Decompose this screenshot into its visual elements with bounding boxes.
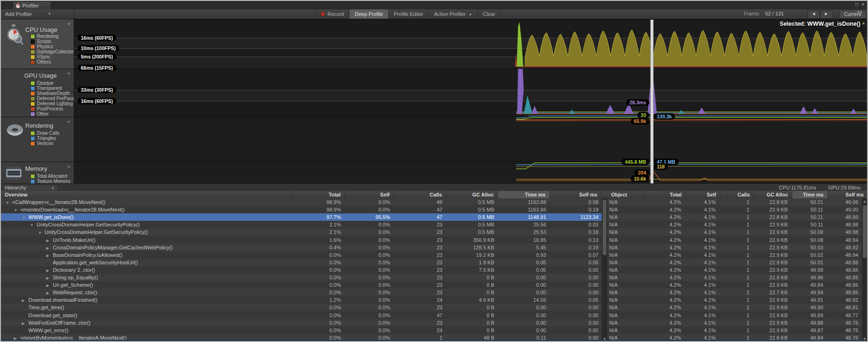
table-row[interactable]: ▶BaseDomainPolicy.IsAllowed()0.0%0.0%231…	[0, 251, 868, 259]
legend-item[interactable]: Texture Memory	[31, 179, 71, 183]
table-row[interactable]: ▶String.op_Equality()0.0%0.0%230 B0.000.…	[0, 274, 868, 281]
deep-profile-button[interactable]: Deep Profile	[349, 9, 388, 19]
table-row[interactable]: ▶WebRequest..ctor()0.0%0.0%230 B0.000.00…	[0, 289, 868, 296]
legend-item[interactable]: GarbageCollector	[31, 49, 73, 54]
header-time-ms[interactable]: Time ms	[498, 191, 550, 198]
legend-item[interactable]: Rendering	[31, 34, 73, 39]
legend-item[interactable]: Vertices	[31, 141, 59, 146]
cpu-chart[interactable]	[74, 57, 867, 68]
legend-item[interactable]: Total Allocated	[31, 174, 71, 179]
close-icon[interactable]: ×	[67, 119, 70, 124]
legend-item[interactable]: Shadows/Depth	[31, 91, 74, 96]
legend-item[interactable]: Physics	[31, 44, 73, 49]
table-row[interactable]: ▼<CallWrapper>c__Iterator2B.MoveNext()98…	[0, 198, 868, 206]
legend-item[interactable]: Opaque	[31, 80, 74, 86]
prev-frame-button[interactable]: ◀	[807, 10, 820, 19]
header-obj-gc-alloc[interactable]: GC Alloc	[754, 191, 792, 198]
table-row[interactable]: ▶Dictionary`2..ctor()0.0%0.0%237.5 KB0.0…	[0, 266, 868, 274]
header-obj-total[interactable]: Total	[644, 191, 686, 198]
table-row[interactable]: Application.get_webSecurityHostUrl()0.0%…	[0, 259, 868, 266]
table-row[interactable]: Download.get_state()0.0%0.0%470 B0.000.0…	[0, 312, 868, 319]
gpu-chart[interactable]	[74, 90, 867, 101]
header-obj-time-ms[interactable]: Time ms	[792, 191, 828, 198]
header-self-ms[interactable]: Self ms	[550, 191, 602, 198]
record-button[interactable]: Record	[315, 9, 349, 19]
close-icon[interactable]: ×	[67, 71, 70, 76]
expand-arrow-icon[interactable]: ▶	[22, 320, 28, 327]
table-row[interactable]: ▶WaitForEndOfFrame..ctor()0.0%0.0%230 B0…	[0, 319, 868, 327]
active-profiler-dropdown[interactable]: Active Profiler▼	[428, 9, 477, 19]
legend-item[interactable]: Other	[31, 111, 74, 116]
expand-arrow-icon[interactable]: ▶	[46, 275, 53, 281]
table-row[interactable]: ▼<monitorDownload>c__Iterator28.MoveNext…	[0, 206, 868, 213]
tab-profiler[interactable]: Profiler	[13, 2, 50, 9]
cpu-chart[interactable]	[74, 20, 867, 38]
legend-item[interactable]: Others	[31, 59, 73, 65]
header-self[interactable]: Self	[345, 191, 394, 198]
header-obj-self[interactable]: Self	[686, 191, 720, 198]
header-total[interactable]: Total	[292, 191, 345, 198]
expand-arrow-icon[interactable]: ▶	[46, 267, 53, 274]
table-row[interactable]: ▶UriTools.MakeUri()1.6%0.0%23356.9 KB18.…	[0, 236, 868, 244]
table-row[interactable]: ▶CrossDomainPolicyManager.GetCachedWebPo…	[0, 244, 868, 251]
clear-button[interactable]: Clear	[477, 9, 501, 19]
collapse-arrow-icon[interactable]: ▼	[22, 214, 28, 221]
module-memory[interactable]: Memory × Total AllocatedTexture Memory	[1, 162, 74, 183]
maximize-icon[interactable]: □	[855, 1, 858, 8]
header-overview[interactable]: Overview	[1, 191, 292, 198]
legend-item[interactable]: Scripts	[31, 39, 73, 44]
table-row[interactable]: ▼WWW.get_isDone()97.7%95.5%470.5 MB1148.…	[0, 213, 868, 221]
expand-arrow-icon[interactable]: ▶	[46, 252, 53, 259]
next-frame-button[interactable]: ▶	[820, 10, 832, 19]
module-cpu-usage[interactable]: CPU Usage × RenderingScriptsPhysicsGarba…	[1, 20, 74, 68]
legend-item[interactable]: Triangles	[31, 136, 59, 141]
table-row[interactable]: ▶Download.downloadFinished()1.2%0.0%244.…	[0, 296, 868, 304]
left-panel-scrollbar[interactable]: ▼	[602, 198, 607, 342]
legend-item[interactable]: Deferred PrePass	[31, 96, 74, 101]
table-row[interactable]: ▶Uri.get_Scheme()0.0%0.0%230 B0.000.00N/…	[0, 281, 868, 289]
close-icon[interactable]: ×	[67, 164, 70, 169]
collapse-arrow-icon[interactable]: ▼	[38, 229, 45, 236]
table-row[interactable]: ▼UnityCrossDomainHelper.GetSecurityPolic…	[0, 221, 868, 228]
legend-item[interactable]: Draw Calls	[31, 131, 59, 136]
gpu-chart[interactable]	[74, 68, 867, 90]
legend-item[interactable]: Transparent	[31, 86, 74, 91]
close-icon[interactable]: ×	[67, 21, 70, 27]
legend-item[interactable]: VSync	[31, 54, 73, 59]
expand-arrow-icon[interactable]: ▶	[46, 282, 53, 289]
gpu-chart[interactable]	[74, 101, 867, 116]
collapse-arrow-icon[interactable]: ▼	[30, 222, 36, 228]
collapse-arrow-icon[interactable]: ▼	[14, 207, 20, 213]
close-icon[interactable]: ×	[861, 1, 864, 8]
header-obj-self-ms[interactable]: Self ms	[828, 191, 868, 198]
header-object[interactable]: Object	[607, 191, 644, 198]
rendering-legend: Draw CallsTrianglesVertices	[31, 131, 59, 146]
expand-arrow-icon[interactable]: ▶	[46, 237, 53, 244]
memory-chart[interactable]	[74, 161, 867, 183]
rendering-chart[interactable]	[74, 116, 867, 161]
scroll-up-icon[interactable]: ▲	[861, 21, 866, 25]
table-row[interactable]: WWW.get_error()0.0%0.0%240 B0.000.00N/A4…	[0, 327, 868, 334]
cpu-chart[interactable]	[74, 48, 867, 57]
legend-item[interactable]: Deferred Lighting	[31, 101, 74, 106]
header-calls[interactable]: Calls	[394, 191, 446, 198]
header-gc-alloc[interactable]: GC Alloc	[446, 191, 498, 198]
module-gpu-usage[interactable]: GPU Usage × OpaqueTransparentShadows/Dep…	[1, 69, 74, 116]
legend-item[interactable]: PostProcess	[31, 106, 74, 111]
expand-arrow-icon[interactable]: ▶	[46, 245, 53, 251]
expand-arrow-icon[interactable]: ▶	[22, 297, 28, 304]
cpu-chart[interactable]	[74, 38, 867, 48]
collapse-arrow-icon[interactable]: ▼	[6, 199, 12, 206]
expand-arrow-icon[interactable]: ▶	[46, 290, 53, 296]
profile-editor-button[interactable]: Profile Editor	[388, 9, 428, 19]
frame-selection-line[interactable]	[650, 20, 654, 183]
add-profiler-dropdown[interactable]: Add Profiler ▼	[1, 9, 74, 19]
right-panel-scrollbar[interactable]: ▲ ▼	[862, 198, 867, 342]
header-obj-calls[interactable]: Calls	[720, 191, 754, 198]
table-row[interactable]: Time.get_time()0.0%0.0%230 B0.000.00N/A4…	[0, 304, 868, 311]
module-rendering[interactable]: Rendering × Draw CallsTrianglesVertices	[1, 117, 74, 161]
panel-menu-icon[interactable]: ▾≡	[857, 9, 863, 14]
table-row[interactable]: ▼UnityCrossDomainHelper.GetSecurityPolic…	[0, 228, 868, 236]
cell-time-ms: 14.55	[498, 296, 546, 304]
scroll-up-icon[interactable]: ▲	[862, 199, 867, 204]
